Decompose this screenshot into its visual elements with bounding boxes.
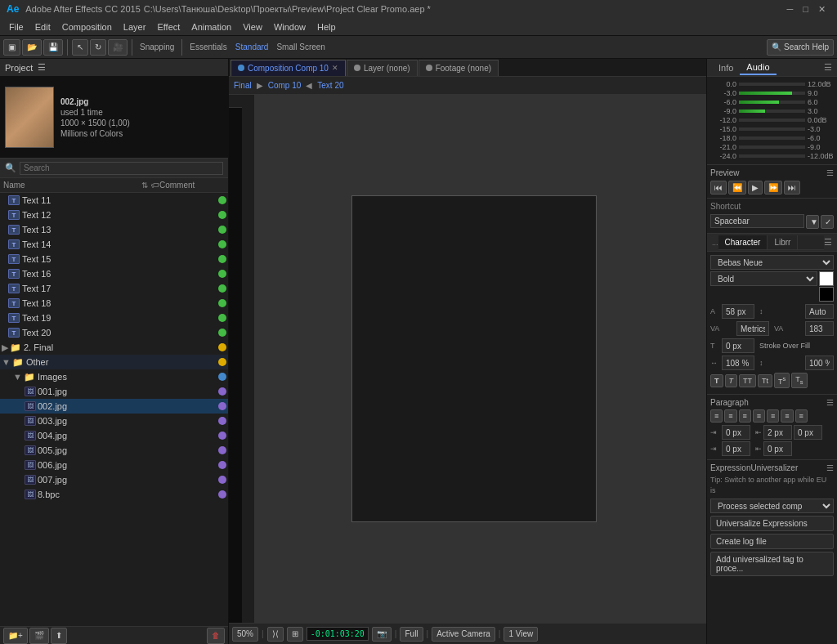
font-size-input[interactable]: 58 px (722, 304, 754, 319)
preview-last[interactable]: ⏭ (784, 181, 800, 195)
toolbar-new[interactable]: ▣ (3, 39, 20, 56)
tracking-input[interactable]: 183 (805, 321, 834, 336)
preview-prev[interactable]: ⏪ (728, 181, 746, 195)
search-btn[interactable]: 🔍 Search Help (767, 39, 834, 56)
menu-effect[interactable]: Effect (151, 20, 186, 34)
tree-item-text14[interactable]: T Text 14 (0, 237, 228, 252)
universalize-btn[interactable]: Universalize Expressions (710, 516, 834, 531)
tree-item-text11[interactable]: T Text 11 (0, 193, 228, 208)
font-family-select[interactable]: Bebas Neue (710, 255, 834, 270)
kerning-input[interactable]: Metrics (736, 321, 769, 336)
preview-first[interactable]: ⏮ (710, 181, 727, 195)
menu-edit[interactable]: Edit (29, 20, 56, 34)
quality-btn[interactable]: Full (400, 627, 423, 642)
delete-btn[interactable]: 🗑 (207, 628, 225, 644)
close-comp-tab[interactable]: ✕ (332, 64, 338, 72)
shortcut-set[interactable]: ✓ (821, 215, 834, 229)
tab-info[interactable]: Info (712, 61, 740, 74)
indent-left-input[interactable]: 0 px (722, 425, 750, 440)
tab-audio[interactable]: Audio (740, 60, 776, 75)
stroke-color-swatch[interactable] (819, 287, 834, 302)
tree-item-text17[interactable]: T Text 17 (0, 281, 228, 296)
close-btn[interactable]: ✕ (813, 4, 830, 15)
font-style-select[interactable]: Bold (710, 271, 817, 286)
toolbar-save[interactable]: 💾 (43, 39, 63, 56)
align-center[interactable]: ≡ (724, 409, 736, 423)
comp-tab-footage[interactable]: Footage (none) (418, 60, 499, 76)
comp-tab-composition[interactable]: Composition Comp 10 ✕ (231, 60, 346, 76)
tree-item-text20[interactable]: T Text 20 (0, 325, 228, 340)
tab-character[interactable]: Character (718, 235, 768, 249)
align-right[interactable]: ≡ (739, 409, 751, 423)
restore-btn[interactable]: □ (798, 4, 813, 14)
camera-view-btn[interactable]: Active Camera (432, 627, 495, 642)
h-scale-input[interactable]: 108 % (722, 356, 754, 370)
breadcrumb-text20[interactable]: Text 20 (317, 81, 343, 90)
menu-view[interactable]: View (237, 20, 268, 34)
tree-item-text13[interactable]: T Text 13 (0, 222, 228, 237)
search-input[interactable] (20, 162, 223, 175)
indent-top-input[interactable]: 0 px (794, 425, 822, 440)
toolbar-open[interactable]: 📂 (22, 39, 42, 56)
tree-item-001jpg[interactable]: 🖼 001.jpg (0, 384, 228, 399)
tree-item-text16[interactable]: T Text 16 (0, 266, 228, 281)
sort-icon[interactable]: ⇅ (141, 181, 148, 190)
char-menu[interactable]: ☰ (824, 237, 832, 248)
tree-item-003jpg[interactable]: 🖼 003.jpg (0, 414, 228, 428)
indent-right-input[interactable]: 2 px (763, 425, 792, 440)
menu-window[interactable]: Window (268, 20, 311, 34)
breadcrumb-comp10[interactable]: Comp 10 (268, 81, 302, 90)
breadcrumb-final[interactable]: Final (234, 81, 252, 90)
menu-composition[interactable]: Composition (56, 20, 118, 34)
shortcut-input[interactable]: Spacebar (710, 214, 804, 228)
tree-item-images[interactable]: ▼ 📁 Images (0, 369, 228, 384)
sub-btn[interactable]: Ts (791, 373, 807, 388)
justify-left[interactable]: ≡ (753, 409, 765, 423)
tree-item-text12[interactable]: T Text 12 (0, 208, 228, 222)
viewer-grid-btn[interactable]: ⊞ (287, 627, 303, 642)
create-log-btn[interactable]: Create log file (710, 534, 834, 549)
tree-item-007jpg[interactable]: 🖼 007.jpg (0, 472, 228, 487)
minimize-btn[interactable]: ─ (782, 4, 799, 14)
justify-all[interactable]: ≡ (795, 409, 808, 423)
menu-file[interactable]: File (3, 20, 29, 34)
align-left[interactable]: ≡ (710, 409, 723, 423)
smallcaps-btn[interactable]: Tt (758, 374, 772, 387)
import-btn[interactable]: ⬆ (51, 628, 67, 644)
toolbar-camera[interactable]: 🎥 (108, 39, 128, 56)
caps-btn[interactable]: TT (739, 374, 756, 387)
preview-next[interactable]: ⏩ (764, 181, 782, 195)
tree-item-text18[interactable]: T Text 18 (0, 296, 228, 311)
toolbar-rotation[interactable]: ↻ (90, 39, 106, 56)
project-menu-icon[interactable]: ☰ (38, 62, 46, 73)
justify-center[interactable]: ≡ (767, 409, 779, 423)
new-comp-btn[interactable]: 🎬 (29, 628, 49, 644)
tree-item-text19[interactable]: T Text 19 (0, 311, 228, 325)
justify-right[interactable]: ≡ (781, 409, 793, 423)
toolbar-selection[interactable]: ↖ (72, 39, 88, 56)
viewer-zoom-btn[interactable]: 50% (232, 627, 258, 642)
v-scale-input[interactable]: 100 % (805, 356, 834, 370)
tree-item-text15[interactable]: T Text 15 (0, 252, 228, 266)
stroke-width-input[interactable]: 0 px (722, 338, 754, 353)
menu-layer[interactable]: Layer (118, 20, 152, 34)
indent-before-input[interactable]: 0 px (722, 441, 750, 456)
menu-help[interactable]: Help (311, 20, 342, 34)
preview-play[interactable]: ▶ (748, 181, 763, 195)
italic-btn[interactable]: T (725, 374, 738, 387)
comp-tab-layer[interactable]: Layer (none) (347, 60, 418, 76)
eu-menu[interactable]: ☰ (826, 463, 834, 472)
tree-item-8bpc[interactable]: 🖼 8.bpc (0, 487, 228, 502)
sup-btn[interactable]: Ts (774, 373, 790, 388)
auto-leading-input[interactable]: Auto (805, 304, 834, 319)
eu-comp-select[interactable]: Process selected comp (710, 499, 834, 513)
menu-animation[interactable]: Animation (186, 20, 237, 34)
view-layout-btn[interactable]: 1 View (504, 627, 538, 642)
tree-item-004jpg[interactable]: 🖼 004.jpg (0, 428, 228, 443)
indent-after-input[interactable]: 0 px (763, 441, 792, 456)
tree-item-002jpg[interactable]: 🖼 002.jpg (0, 399, 228, 414)
tree-item-other[interactable]: ▼ 📁 Other (0, 355, 228, 369)
panel-menu-icon[interactable]: ☰ (824, 62, 832, 73)
viewer-fit-btn[interactable]: ⟩⟨ (267, 627, 284, 642)
shortcut-dropdown[interactable]: ▼ (806, 215, 819, 229)
